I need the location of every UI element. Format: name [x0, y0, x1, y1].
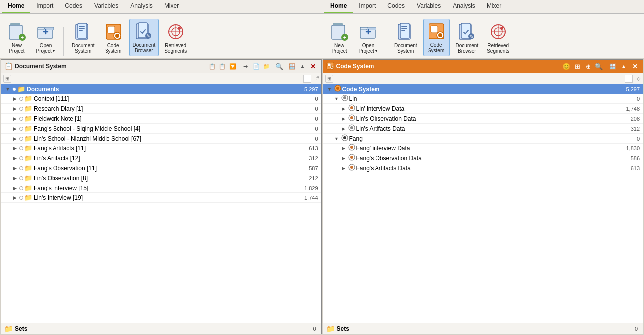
- new-project-label-r: NewProject: [331, 43, 347, 54]
- expand-fangs-artifacts[interactable]: ▶: [11, 145, 18, 152]
- expand-lins-interview[interactable]: ▶: [11, 194, 18, 201]
- code-grid-btn[interactable]: ⊞: [572, 61, 582, 71]
- document-browser-button-r[interactable]: ✎ DocumentBrowser: [453, 20, 482, 56]
- tree-row-lins-obs[interactable]: ▶ 📁 Lin's Observation [8] 212: [1, 173, 321, 183]
- expand-code-system[interactable]: ▼: [326, 86, 333, 93]
- open-project-label-r: OpenProject ▾: [359, 43, 378, 54]
- document-browser-button[interactable]: ✎ DocumentBrowser: [129, 19, 159, 56]
- expand-lins-obs[interactable]: ▶: [11, 175, 18, 182]
- document-system-button[interactable]: DocumentSystem: [69, 20, 98, 56]
- tab-analysis-right[interactable]: Analysis: [447, 0, 481, 13]
- document-browser-label: DocumentBrowser: [133, 42, 156, 54]
- tree-row-fangs-school[interactable]: ▶ 📁 Fang's School - Siqing Middle School…: [1, 124, 321, 134]
- doc-tree-expand-btn[interactable]: ⊞: [3, 75, 11, 83]
- code-add-btn[interactable]: ⊕: [583, 61, 593, 71]
- tree-row-fang[interactable]: ▼ Fang 0: [323, 134, 643, 144]
- tab-variables-left[interactable]: Variables: [88, 0, 124, 13]
- code-close-btn[interactable]: ✕: [630, 61, 640, 71]
- tree-row-context[interactable]: ▶ 📁 Context [111] 0: [1, 94, 321, 104]
- expand-fangs-interview[interactable]: ▶: [11, 185, 18, 191]
- code-max-btn[interactable]: ▲: [619, 61, 629, 71]
- doc-copy-btn[interactable]: 📋: [207, 61, 217, 71]
- svg-text:+: +: [21, 34, 24, 40]
- doc-new-btn[interactable]: 📄: [251, 61, 261, 71]
- expand-lin-interview[interactable]: ▶: [340, 105, 347, 112]
- tree-row-lin-interview[interactable]: ▶ Lin' interview Data 1,748: [323, 104, 643, 114]
- expand-fangs-school[interactable]: ▶: [11, 125, 18, 132]
- doc-float-btn[interactable]: 🪟: [287, 61, 297, 71]
- tree-row-documents[interactable]: ▼ 📁 Documents 5,297: [1, 84, 321, 94]
- tab-codes-left[interactable]: Codes: [59, 0, 88, 13]
- open-project-button[interactable]: OpenProject ▾: [33, 20, 58, 56]
- code-float-btn[interactable]: 🪟: [608, 61, 618, 71]
- expand-fang-artifacts[interactable]: ▶: [340, 165, 347, 172]
- expand-lin-obs[interactable]: ▶: [340, 115, 347, 122]
- tree-row-lin-artifacts[interactable]: ▶ Lin's Artifacts Data 312: [323, 124, 643, 134]
- tab-home-left[interactable]: Home: [2, 0, 30, 13]
- tab-analysis-left[interactable]: Analysis: [124, 0, 159, 13]
- document-system-button-r[interactable]: DocumentSystem: [391, 20, 420, 56]
- new-project-button[interactable]: + NewProject: [4, 20, 30, 56]
- right-ribbon-tabs: Home Import Codes Variables Analysis Mix…: [322, 0, 644, 14]
- fang-artifacts-circle-icon: [348, 164, 355, 172]
- code-tree-expand-btn[interactable]: ⊞: [325, 75, 333, 83]
- code-checkbox[interactable]: [625, 75, 633, 83]
- tree-row-research-diary[interactable]: ▶ 📁 Research Diary [1] 0: [1, 104, 321, 114]
- tree-row-lins-school[interactable]: ▶ 📁 Lin's School - Nianzhi Middle School…: [1, 134, 321, 144]
- tree-row-fieldwork[interactable]: ▶ 📁 Fieldwork Note [1] 0: [1, 114, 321, 124]
- open-project-button-r[interactable]: OpenProject ▾: [355, 20, 381, 56]
- tree-row-code-system[interactable]: ▼ Code System 5,297: [323, 84, 643, 94]
- code-smiley-btn[interactable]: 😊: [561, 61, 571, 71]
- doc-folder-btn[interactable]: 📁: [262, 61, 271, 71]
- doc-max-btn[interactable]: ▲: [298, 61, 308, 71]
- expand-fang-interview[interactable]: ▶: [340, 145, 347, 152]
- tab-import-left[interactable]: Import: [30, 0, 59, 13]
- research-diary-count: 0: [303, 106, 320, 112]
- expand-fang-obs[interactable]: ▶: [340, 155, 347, 162]
- tree-row-fang-interview[interactable]: ▶ Fang' interview Data 1,830: [323, 144, 643, 153]
- tree-row-lins-artifacts[interactable]: ▶ 📁 Lin's Artifacts [12] 312: [1, 153, 321, 163]
- doc-checkbox[interactable]: [303, 75, 311, 83]
- expand-documents[interactable]: ▼: [4, 86, 11, 93]
- tab-home-right[interactable]: Home: [324, 0, 353, 13]
- doc-import-btn[interactable]: ➡: [241, 61, 251, 71]
- tree-row-fangs-interview[interactable]: ▶ 📁 Fang's Interview [15] 1,829: [1, 183, 321, 193]
- expand-fang[interactable]: ▼: [333, 135, 340, 142]
- expand-lins-artifacts[interactable]: ▶: [11, 155, 18, 162]
- expand-fieldwork[interactable]: ▶: [11, 115, 18, 122]
- doc-filter-btn[interactable]: 🔽: [228, 61, 238, 71]
- tree-row-fang-artifacts[interactable]: ▶ Fang's Artifacts Data 613: [323, 163, 643, 173]
- doc-close-btn[interactable]: ✕: [308, 61, 318, 71]
- code-system-button[interactable]: CodeSystem: [101, 20, 126, 56]
- tree-row-lin-obs[interactable]: ▶ Lin's Observation Data 208: [323, 114, 643, 124]
- tree-row-fangs-obs[interactable]: ▶ 📁 Fang's Observation [11] 587: [1, 163, 321, 173]
- expand-lin[interactable]: ▼: [333, 96, 340, 102]
- tab-codes-right[interactable]: Codes: [381, 0, 411, 13]
- expand-context[interactable]: ▶: [11, 96, 18, 102]
- expand-lins-school[interactable]: ▶: [11, 135, 18, 142]
- tab-variables-right[interactable]: Variables: [411, 0, 447, 13]
- expand-fangs-obs[interactable]: ▶: [11, 165, 18, 172]
- tree-row-lins-interview[interactable]: ▶ 📁 Lin's Interview [19] 1,744: [1, 193, 321, 203]
- expand-lin-artifacts[interactable]: ▶: [340, 125, 347, 132]
- fangs-school-dot: [19, 127, 23, 131]
- expand-research-diary[interactable]: ▶: [11, 105, 18, 112]
- new-project-button-r[interactable]: + NewProject: [326, 20, 352, 56]
- doc-search-btn[interactable]: 🔍: [274, 61, 284, 71]
- tab-mixer-left[interactable]: Mixer: [159, 0, 185, 13]
- fang-artifacts-label: Fang's Artifacts Data: [356, 165, 625, 172]
- retrieved-segments-button[interactable]: RetrievedSegments: [161, 20, 190, 56]
- doc-sets-label: Sets: [15, 325, 313, 332]
- svg-point-22: [178, 27, 181, 30]
- tab-mixer-right[interactable]: Mixer: [481, 0, 507, 13]
- code-system-button-r[interactable]: CodeSystem: [423, 19, 450, 56]
- code-search-btn[interactable]: 🔍: [594, 61, 604, 71]
- doc-copy2-btn[interactable]: 📋: [217, 61, 227, 71]
- code-sets-count: 0: [635, 326, 640, 332]
- tree-row-fang-obs[interactable]: ▶ Fang's Observation Data 586: [323, 153, 643, 163]
- tab-import-right[interactable]: Import: [353, 0, 381, 13]
- retrieved-segments-button-r[interactable]: RetrievedSegments: [484, 20, 512, 56]
- lin-interview-label: Lin' interview Data: [356, 105, 625, 112]
- tree-row-lin[interactable]: ▼ Lin 0: [323, 94, 643, 104]
- tree-row-fangs-artifacts[interactable]: ▶ 📁 Fang's Artifacts [11] 613: [1, 144, 321, 153]
